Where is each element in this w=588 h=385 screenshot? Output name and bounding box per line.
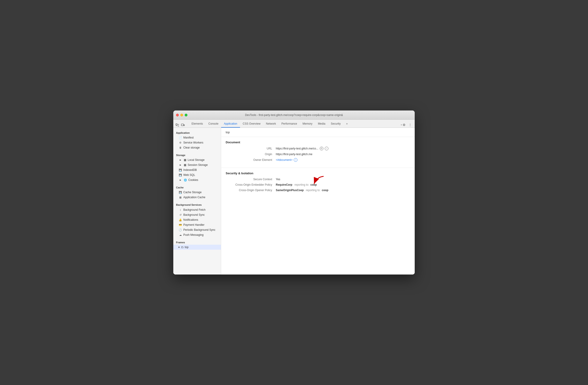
manifest-icon: 📄 — [179, 136, 182, 139]
clear-storage-icon: 🗑 — [179, 146, 182, 149]
sidebar-item-background-fetch[interactable]: ↕ Background Fetch — [173, 207, 221, 212]
close-button[interactable] — [176, 114, 179, 116]
sidebar-section-cache: Cache — [173, 184, 221, 190]
coop-policy-value: SameOriginPlusCoep — [276, 189, 304, 192]
sidebar-item-manifest[interactable]: 📄 Manifest — [173, 135, 221, 140]
sidebar-item-cache-storage-label: Cache Storage — [183, 191, 202, 194]
tab-memory[interactable]: Memory — [300, 121, 315, 128]
application-cache-icon: ▦ — [179, 196, 182, 199]
tab-application[interactable]: Application — [221, 121, 240, 128]
sidebar-item-notifications[interactable]: 🔔 Notifications — [173, 217, 221, 222]
sidebar-item-background-fetch-label: Background Fetch — [183, 208, 205, 212]
owner-element-link[interactable]: <#document> — [276, 158, 293, 162]
sidebar-item-local-storage-label: Local Storage — [188, 158, 205, 162]
periodic-bg-sync-icon: 🕐 — [179, 229, 182, 232]
traffic-lights — [176, 114, 188, 116]
sidebar-item-periodic-bg-sync[interactable]: 🕐 Periodic Background Sync — [173, 227, 221, 232]
tab-elements[interactable]: Elements — [189, 121, 206, 128]
url-value-text: https://first-party-test.glitch.me/co... — [276, 147, 318, 150]
top-frame-expand-icon: ▼ — [178, 246, 180, 249]
sidebar-item-session-storage[interactable]: ▶ ▦ Session Storage — [173, 162, 221, 168]
cookies-globe-icon: 🌐 — [184, 179, 187, 182]
coop-field-value: SameOriginPlusCoep reporting to: coop — [276, 189, 328, 192]
sidebar-item-web-sql[interactable]: 💾 Web SQL — [173, 172, 221, 177]
sidebar-item-payment-handler-label: Payment Handler — [183, 223, 205, 226]
sidebar-item-clear-storage[interactable]: 🗑 Clear storage — [173, 145, 221, 150]
sidebar-item-cookies[interactable]: ▶ 🌐 Cookies — [173, 177, 221, 182]
minimize-button[interactable] — [180, 114, 183, 116]
owner-element-info-icon[interactable]: i — [294, 158, 297, 162]
background-fetch-icon: ↕ — [179, 208, 182, 212]
sidebar-item-top-frame[interactable]: ▼ 🗀 top — [173, 245, 221, 250]
background-sync-icon: ↺ — [179, 214, 182, 216]
svg-rect-0 — [176, 124, 177, 125]
window-title: DevTools - first-party-test.glitch.me/co… — [245, 113, 343, 117]
url-copy-icon[interactable]: © — [320, 147, 323, 150]
coep-field-label: Cross-Origin Embedder Policy — [226, 183, 276, 186]
sidebar-item-background-sync[interactable]: ↺ Background Sync — [173, 212, 221, 217]
sidebar-item-service-workers[interactable]: ⚙ Service Workers — [173, 140, 221, 145]
web-sql-icon: 💾 — [179, 173, 182, 176]
svg-rect-2 — [184, 125, 185, 126]
coep-field-row: Cross-Origin Embedder Policy RequireCorp… — [226, 183, 410, 186]
sidebar-item-cache-storage[interactable]: 💾 Cache Storage — [173, 190, 221, 195]
url-navigate-icon[interactable]: ↑ — [325, 147, 328, 150]
sidebar-item-manifest-label: Manifest — [183, 136, 194, 139]
tab-more[interactable]: » — [343, 121, 351, 128]
maximize-button[interactable] — [185, 114, 188, 116]
sidebar-item-notifications-label: Notifications — [183, 218, 198, 221]
tab-network[interactable]: Network — [263, 121, 279, 128]
sidebar-item-indexeddb[interactable]: 💾 IndexedDB — [173, 168, 221, 172]
devtools-icons — [175, 123, 185, 128]
settings-button[interactable]: ⚙ — [400, 122, 406, 128]
tab-console[interactable]: Console — [206, 121, 221, 128]
url-field-value: https://first-party-test.glitch.me/co...… — [276, 147, 328, 150]
sidebar-item-background-sync-label: Background Sync — [183, 213, 205, 216]
coop-reporting-endpoint: coop — [322, 189, 328, 192]
tabbar-right: ⚙ ⋮ — [400, 122, 413, 128]
sidebar-item-push-messaging[interactable]: ☁ Push Messaging — [173, 232, 221, 237]
document-section-title: Document — [226, 141, 410, 144]
device-toggle-icon[interactable] — [181, 123, 185, 128]
origin-field-label: Origin — [226, 153, 276, 156]
payment-handler-icon: 💳 — [179, 223, 182, 226]
security-section-title: Security & Isolation — [226, 171, 410, 175]
document-section: Document URL https://first-party-test.gl… — [221, 137, 415, 168]
sidebar-item-payment-handler[interactable]: 💳 Payment Handler — [173, 222, 221, 227]
cookies-expand-icon: ▶ — [179, 179, 182, 181]
svg-rect-1 — [181, 124, 184, 126]
owner-element-field-row: Owner Element <#document> i — [226, 158, 410, 162]
main-content: Application 📄 Manifest ⚙ Service Workers… — [173, 128, 415, 275]
tabbar: Elements Console Application CSS Overvie… — [173, 120, 415, 128]
coop-field-row: Cross-Origin Opener Policy SameOriginPlu… — [226, 189, 410, 192]
sidebar-section-frames: Frames — [173, 239, 221, 245]
tab-performance[interactable]: Performance — [279, 121, 300, 128]
tab-security[interactable]: Security — [328, 121, 343, 128]
coop-reporting-label: reporting to: — [305, 189, 320, 192]
local-storage-expand-icon: ▶ — [179, 159, 182, 161]
sidebar-item-service-workers-label: Service Workers — [183, 141, 203, 144]
tab-css-overview[interactable]: CSS Overview — [240, 121, 263, 128]
security-section: Security & Isolation Secure Context Yes … — [221, 168, 415, 198]
sidebar-item-web-sql-label: Web SQL — [183, 173, 195, 176]
sidebar-item-application-cache-label: Application Cache — [183, 196, 205, 199]
coep-field-value: RequireCorp reporting to: coep — [276, 183, 317, 186]
owner-element-field-value: <#document> i — [276, 158, 297, 162]
sidebar-section-application: Application — [173, 130, 221, 135]
owner-element-field-label: Owner Element — [226, 158, 276, 162]
tab-media[interactable]: Media — [315, 121, 328, 128]
sidebar-section-background: Background Services — [173, 202, 221, 207]
local-storage-grid-icon: ▦ — [184, 158, 186, 162]
coop-field-label: Cross-Origin Opener Policy — [226, 189, 276, 192]
sidebar-item-local-storage[interactable]: ▶ ▦ Local Storage — [173, 157, 221, 162]
sidebar-item-push-messaging-label: Push Messaging — [183, 233, 204, 236]
more-options-button[interactable]: ⋮ — [407, 122, 413, 128]
inspect-icon[interactable] — [175, 123, 180, 128]
coep-policy-value: RequireCorp — [276, 183, 293, 186]
sidebar-item-indexeddb-label: IndexedDB — [183, 168, 197, 171]
sidebar-item-session-storage-label: Session Storage — [188, 163, 208, 167]
sidebar-item-application-cache[interactable]: ▦ Application Cache — [173, 195, 221, 200]
sidebar: Application 📄 Manifest ⚙ Service Workers… — [173, 128, 221, 275]
red-arrow-annotation — [312, 175, 326, 187]
url-field-label: URL — [226, 147, 276, 150]
